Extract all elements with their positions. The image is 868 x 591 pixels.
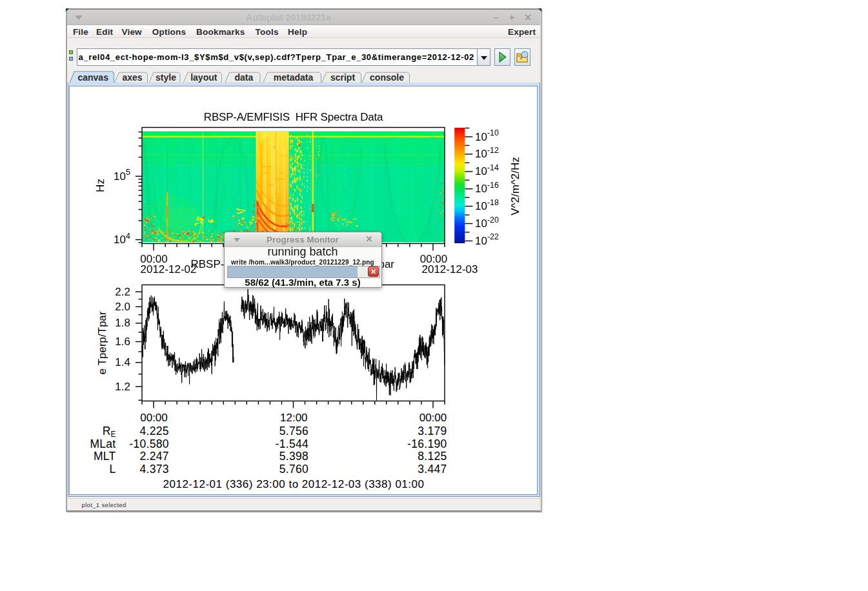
svg-text:10-16: 10-16 — [475, 180, 499, 195]
svg-text:1.8: 1.8 — [115, 317, 130, 329]
svg-text:script: script — [330, 72, 355, 83]
svg-text:1.2: 1.2 — [115, 380, 130, 392]
svg-text:RE: RE — [102, 424, 116, 439]
svg-text:10-22: 10-22 — [475, 232, 499, 247]
svg-text:12:00: 12:00 — [280, 412, 308, 424]
svg-text:e Tperp/Tpar: e Tperp/Tpar — [96, 311, 108, 374]
svg-text:-16.190: -16.190 — [407, 437, 447, 450]
svg-text:L: L — [109, 463, 116, 476]
svg-text:4.373: 4.373 — [139, 463, 168, 476]
svg-text:canvas: canvas — [77, 72, 108, 83]
svg-text:10-14: 10-14 — [475, 163, 499, 177]
svg-text:104: 104 — [114, 231, 130, 246]
svg-text:5.756: 5.756 — [279, 424, 308, 437]
svg-text:MLT: MLT — [93, 450, 116, 463]
svg-text:1.4: 1.4 — [115, 356, 130, 368]
svg-text:2012-12-03: 2012-12-03 — [421, 263, 478, 275]
svg-text:data: data — [234, 72, 253, 83]
svg-text:MLat: MLat — [90, 437, 116, 450]
svg-text:3.447: 3.447 — [418, 463, 447, 476]
svg-text:00:00: 00:00 — [140, 412, 168, 424]
svg-text:2.0: 2.0 — [115, 300, 130, 312]
svg-text:10-18: 10-18 — [475, 197, 499, 212]
svg-text:layout: layout — [190, 72, 217, 83]
svg-text:axes: axes — [122, 72, 142, 83]
svg-text:1.6: 1.6 — [115, 335, 130, 347]
svg-text:5.760: 5.760 — [279, 463, 308, 476]
svg-text:5.398: 5.398 — [279, 450, 308, 463]
svg-text:00:00: 00:00 — [419, 412, 447, 424]
svg-text:10-12: 10-12 — [475, 145, 499, 160]
svg-text:style: style — [156, 72, 176, 83]
svg-text:2012-12-02: 2012-12-02 — [140, 263, 196, 275]
svg-text:-1.544: -1.544 — [275, 437, 308, 450]
svg-text:2.247: 2.247 — [139, 450, 168, 463]
svg-text:3.179: 3.179 — [418, 424, 447, 437]
svg-text:105: 105 — [114, 168, 130, 183]
svg-text:V^2/m^2/Hz: V^2/m^2/Hz — [509, 157, 521, 215]
svg-text:metadata: metadata — [274, 72, 314, 83]
svg-text:Hz: Hz — [94, 179, 106, 192]
svg-text:-10.580: -10.580 — [129, 437, 168, 450]
svg-text:2.2: 2.2 — [115, 285, 130, 297]
svg-text:10-20: 10-20 — [475, 215, 499, 230]
svg-text:8.125: 8.125 — [418, 450, 447, 463]
svg-text:4.225: 4.225 — [139, 424, 168, 437]
svg-text:RBSP-A/EMFISIS HFR Spectra Da: RBSP-A/EMFISIS HFR Spectra Data — [203, 110, 383, 123]
svg-text:10-10: 10-10 — [475, 128, 499, 143]
svg-text:console: console — [370, 72, 404, 83]
svg-text:2012-12-01 (336) 23:00 to 2012: 2012-12-01 (336) 23:00 to 2012-12-03 (33… — [163, 478, 424, 490]
